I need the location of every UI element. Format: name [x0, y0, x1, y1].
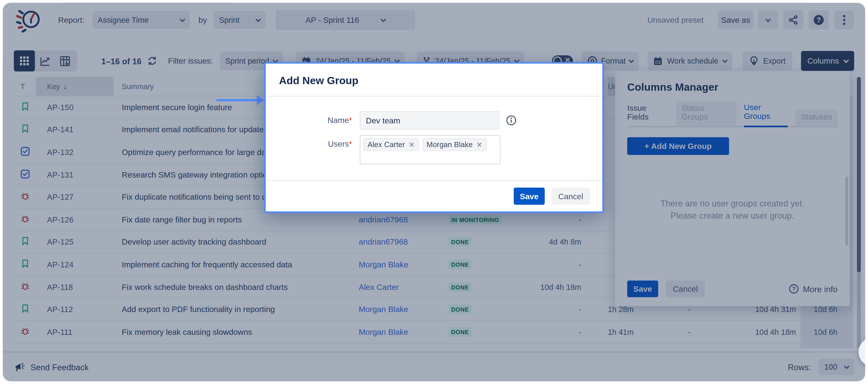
users-label: Users* — [279, 135, 360, 164]
user-tag[interactable]: Alex Carter ✕ — [363, 138, 419, 151]
required-asterisk: * — [349, 139, 352, 148]
required-asterisk: * — [349, 116, 352, 125]
user-tag-label: Morgan Blake — [427, 140, 473, 149]
group-name-input[interactable] — [360, 111, 499, 129]
modal-save-button[interactable]: Save — [514, 188, 545, 205]
page: Report: Assignee Time by Sprint AP - Spr… — [0, 0, 868, 384]
modal-footer: Save Cancel — [266, 180, 602, 212]
remove-tag-icon[interactable]: ✕ — [409, 141, 414, 149]
modal-title: Add New Group — [279, 75, 589, 87]
name-label: Name* — [279, 111, 360, 129]
modal-body: Name* Users* — [266, 97, 602, 180]
remove-tag-icon[interactable]: ✕ — [477, 141, 482, 149]
add-new-group-modal: Add New Group Name* — [264, 62, 604, 213]
app-window: Report: Assignee Time by Sprint AP - Spr… — [3, 3, 865, 381]
modal-cancel-button[interactable]: Cancel — [551, 188, 590, 205]
modal-header: Add New Group — [266, 64, 602, 97]
user-tag-label: Alex Carter — [368, 140, 405, 149]
users-multiselect[interactable]: Alex Carter ✕ Morgan Blake ✕ — [360, 135, 500, 164]
column-insert-arrow-icon — [216, 95, 264, 105]
user-tag[interactable]: Morgan Blake ✕ — [422, 138, 486, 151]
info-icon — [506, 115, 517, 129]
